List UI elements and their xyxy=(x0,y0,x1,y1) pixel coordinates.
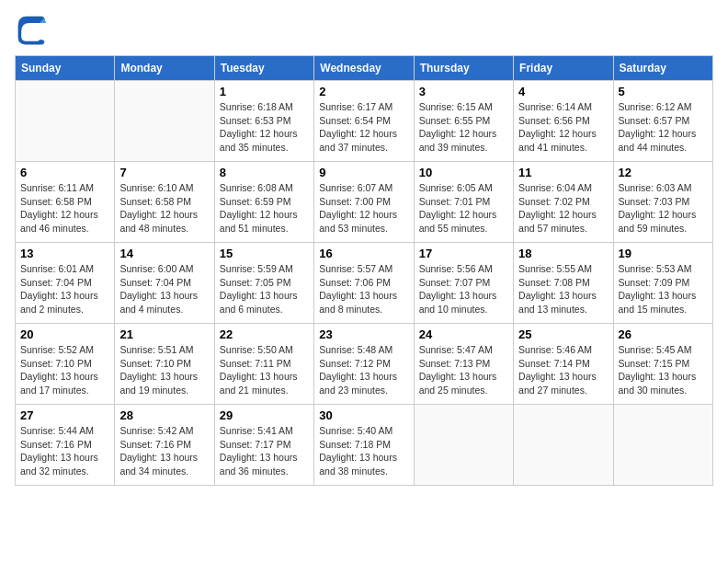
calendar-day-cell: 19Sunrise: 5:53 AM Sunset: 7:09 PM Dayli… xyxy=(613,243,712,324)
calendar-day-cell: 5Sunrise: 6:12 AM Sunset: 6:57 PM Daylig… xyxy=(613,81,712,162)
day-number: 4 xyxy=(518,85,608,98)
day-info: Sunrise: 6:07 AM Sunset: 7:00 PM Dayligh… xyxy=(319,181,408,236)
day-number: 6 xyxy=(20,166,109,179)
calendar-day-header: Thursday xyxy=(414,56,513,81)
calendar-day-cell: 30Sunrise: 5:40 AM Sunset: 7:18 PM Dayli… xyxy=(314,405,414,486)
calendar-week-row: 13Sunrise: 6:01 AM Sunset: 7:04 PM Dayli… xyxy=(16,243,713,324)
day-info: Sunrise: 6:05 AM Sunset: 7:01 PM Dayligh… xyxy=(419,181,508,236)
day-info: Sunrise: 6:15 AM Sunset: 6:55 PM Dayligh… xyxy=(419,100,508,155)
day-info: Sunrise: 5:46 AM Sunset: 7:14 PM Dayligh… xyxy=(518,343,608,397)
calendar-week-row: 20Sunrise: 5:52 AM Sunset: 7:10 PM Dayli… xyxy=(16,324,713,405)
calendar-day-cell: 25Sunrise: 5:46 AM Sunset: 7:14 PM Dayli… xyxy=(514,324,613,405)
calendar-day-cell: 18Sunrise: 5:55 AM Sunset: 7:08 PM Dayli… xyxy=(514,243,613,324)
day-number: 3 xyxy=(419,85,508,98)
day-info: Sunrise: 5:48 AM Sunset: 7:12 PM Dayligh… xyxy=(319,343,408,397)
calendar-day-cell: 1Sunrise: 6:18 AM Sunset: 6:53 PM Daylig… xyxy=(214,81,313,162)
calendar-day-cell: 4Sunrise: 6:14 AM Sunset: 6:56 PM Daylig… xyxy=(514,81,613,162)
day-number: 30 xyxy=(319,408,408,422)
calendar-day-cell xyxy=(414,405,513,486)
calendar-day-cell: 13Sunrise: 6:01 AM Sunset: 7:04 PM Dayli… xyxy=(16,243,115,324)
day-number: 9 xyxy=(319,166,408,179)
day-number: 12 xyxy=(619,166,708,179)
day-number: 7 xyxy=(119,166,209,179)
calendar-day-cell xyxy=(613,405,712,486)
day-info: Sunrise: 5:53 AM Sunset: 7:09 PM Dayligh… xyxy=(619,262,708,316)
calendar-day-cell: 10Sunrise: 6:05 AM Sunset: 7:01 PM Dayli… xyxy=(414,162,513,243)
calendar-day-header: Monday xyxy=(115,56,214,81)
day-info: Sunrise: 5:44 AM Sunset: 7:16 PM Dayligh… xyxy=(20,424,109,478)
logo xyxy=(15,15,51,48)
day-info: Sunrise: 5:51 AM Sunset: 7:10 PM Dayligh… xyxy=(119,343,209,397)
day-number: 17 xyxy=(419,247,508,260)
day-info: Sunrise: 5:41 AM Sunset: 7:17 PM Dayligh… xyxy=(220,424,309,478)
day-number: 27 xyxy=(20,408,109,422)
day-number: 11 xyxy=(518,166,608,179)
day-info: Sunrise: 6:00 AM Sunset: 7:04 PM Dayligh… xyxy=(119,262,209,316)
calendar-day-cell: 21Sunrise: 5:51 AM Sunset: 7:10 PM Dayli… xyxy=(115,324,214,405)
day-number: 10 xyxy=(419,166,508,179)
day-number: 22 xyxy=(220,327,309,341)
calendar-day-cell: 20Sunrise: 5:52 AM Sunset: 7:10 PM Dayli… xyxy=(16,324,115,405)
day-number: 29 xyxy=(220,408,309,422)
day-number: 2 xyxy=(319,85,408,98)
calendar-day-cell: 8Sunrise: 6:08 AM Sunset: 6:59 PM Daylig… xyxy=(214,162,313,243)
calendar-day-cell: 6Sunrise: 6:11 AM Sunset: 6:58 PM Daylig… xyxy=(16,162,115,243)
calendar-day-cell: 22Sunrise: 5:50 AM Sunset: 7:11 PM Dayli… xyxy=(214,324,313,405)
calendar-day-cell: 14Sunrise: 6:00 AM Sunset: 7:04 PM Dayli… xyxy=(115,243,214,324)
calendar-day-cell: 11Sunrise: 6:04 AM Sunset: 7:02 PM Dayli… xyxy=(514,162,613,243)
day-info: Sunrise: 5:52 AM Sunset: 7:10 PM Dayligh… xyxy=(20,343,109,397)
calendar-day-header: Friday xyxy=(514,56,613,81)
calendar-day-cell: 2Sunrise: 6:17 AM Sunset: 6:54 PM Daylig… xyxy=(314,81,414,162)
day-info: Sunrise: 5:40 AM Sunset: 7:18 PM Dayligh… xyxy=(319,424,408,478)
day-number: 16 xyxy=(319,247,408,260)
calendar-day-cell: 15Sunrise: 5:59 AM Sunset: 7:05 PM Dayli… xyxy=(214,243,313,324)
day-info: Sunrise: 6:18 AM Sunset: 6:53 PM Dayligh… xyxy=(220,100,309,155)
calendar-day-cell xyxy=(514,405,613,486)
day-number: 5 xyxy=(619,85,708,98)
calendar-day-header: Sunday xyxy=(16,56,115,81)
calendar-table: SundayMondayTuesdayWednesdayThursdayFrid… xyxy=(15,55,713,486)
day-number: 25 xyxy=(518,327,608,341)
day-info: Sunrise: 6:11 AM Sunset: 6:58 PM Dayligh… xyxy=(20,181,109,236)
calendar-day-cell: 9Sunrise: 6:07 AM Sunset: 7:00 PM Daylig… xyxy=(314,162,414,243)
day-info: Sunrise: 5:56 AM Sunset: 7:07 PM Dayligh… xyxy=(419,262,508,316)
calendar-day-header: Saturday xyxy=(613,56,712,81)
calendar-week-row: 27Sunrise: 5:44 AM Sunset: 7:16 PM Dayli… xyxy=(16,405,713,486)
calendar-week-row: 1Sunrise: 6:18 AM Sunset: 6:53 PM Daylig… xyxy=(16,81,713,162)
calendar-day-cell: 7Sunrise: 6:10 AM Sunset: 6:58 PM Daylig… xyxy=(115,162,214,243)
calendar-day-cell: 29Sunrise: 5:41 AM Sunset: 7:17 PM Dayli… xyxy=(214,405,313,486)
calendar-day-cell: 27Sunrise: 5:44 AM Sunset: 7:16 PM Dayli… xyxy=(16,405,115,486)
day-number: 24 xyxy=(419,327,508,341)
day-info: Sunrise: 5:55 AM Sunset: 7:08 PM Dayligh… xyxy=(518,262,608,316)
calendar-header-row: SundayMondayTuesdayWednesdayThursdayFrid… xyxy=(16,56,713,81)
calendar-day-cell: 24Sunrise: 5:47 AM Sunset: 7:13 PM Dayli… xyxy=(414,324,513,405)
day-number: 28 xyxy=(119,408,209,422)
day-number: 14 xyxy=(119,247,209,260)
day-number: 18 xyxy=(518,247,608,260)
day-info: Sunrise: 5:45 AM Sunset: 7:15 PM Dayligh… xyxy=(619,343,708,397)
day-info: Sunrise: 5:50 AM Sunset: 7:11 PM Dayligh… xyxy=(220,343,309,397)
day-info: Sunrise: 6:17 AM Sunset: 6:54 PM Dayligh… xyxy=(319,100,408,155)
calendar-day-cell: 23Sunrise: 5:48 AM Sunset: 7:12 PM Dayli… xyxy=(314,324,414,405)
day-info: Sunrise: 6:01 AM Sunset: 7:04 PM Dayligh… xyxy=(20,262,109,316)
calendar-day-header: Wednesday xyxy=(314,56,414,81)
day-info: Sunrise: 5:42 AM Sunset: 7:16 PM Dayligh… xyxy=(119,424,209,478)
calendar-day-header: Tuesday xyxy=(214,56,313,81)
day-number: 8 xyxy=(220,166,309,179)
calendar-day-cell xyxy=(115,81,214,162)
calendar-week-row: 6Sunrise: 6:11 AM Sunset: 6:58 PM Daylig… xyxy=(16,162,713,243)
logo-icon xyxy=(15,15,48,48)
day-info: Sunrise: 6:12 AM Sunset: 6:57 PM Dayligh… xyxy=(619,100,708,155)
day-info: Sunrise: 6:08 AM Sunset: 6:59 PM Dayligh… xyxy=(220,181,309,236)
day-info: Sunrise: 6:03 AM Sunset: 7:03 PM Dayligh… xyxy=(619,181,708,236)
calendar-day-cell: 17Sunrise: 5:56 AM Sunset: 7:07 PM Dayli… xyxy=(414,243,513,324)
calendar-day-cell: 28Sunrise: 5:42 AM Sunset: 7:16 PM Dayli… xyxy=(115,405,214,486)
day-number: 20 xyxy=(20,327,109,341)
calendar-day-cell xyxy=(16,81,115,162)
day-number: 21 xyxy=(119,327,209,341)
day-number: 19 xyxy=(619,247,708,260)
day-info: Sunrise: 5:57 AM Sunset: 7:06 PM Dayligh… xyxy=(319,262,408,316)
day-info: Sunrise: 6:04 AM Sunset: 7:02 PM Dayligh… xyxy=(518,181,608,236)
calendar-day-cell: 26Sunrise: 5:45 AM Sunset: 7:15 PM Dayli… xyxy=(613,324,712,405)
calendar-day-cell: 12Sunrise: 6:03 AM Sunset: 7:03 PM Dayli… xyxy=(613,162,712,243)
